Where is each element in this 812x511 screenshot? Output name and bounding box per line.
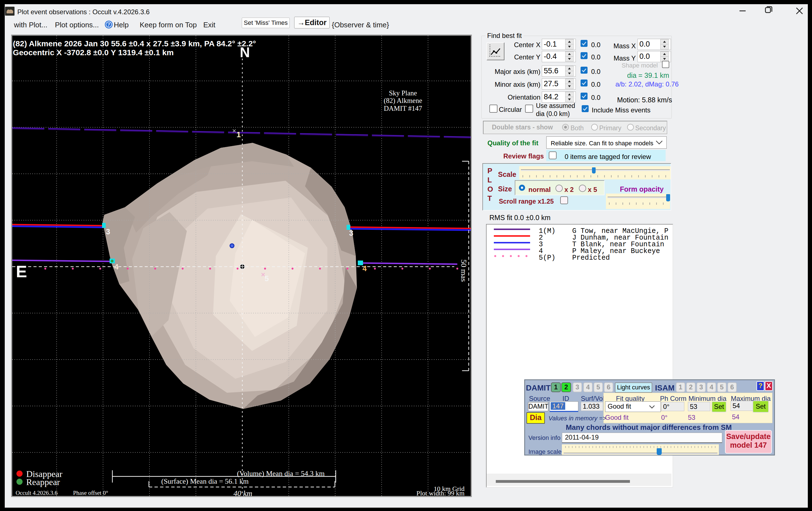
svg-text:50 mas: 50 mas <box>460 259 468 282</box>
svg-text:?: ? <box>107 22 110 28</box>
svg-text:Reappear: Reappear <box>26 477 60 487</box>
svg-text:DAMIT #147: DAMIT #147 <box>384 105 422 112</box>
svg-text:Geocentric X -3702.8 ±0.0 Y 13: Geocentric X -3702.8 ±0.0 Y 1319.4 ±0.1 … <box>13 48 174 57</box>
svg-text:N: N <box>240 45 250 60</box>
svg-text:Occult 4.2026.3.6: Occult 4.2026.3.6 <box>16 489 57 496</box>
svg-text:Plot width: 99 km: Plot width: 99 km <box>416 489 465 496</box>
svg-text:4: 4 <box>362 264 367 273</box>
svg-text:1: 1 <box>236 130 241 139</box>
svg-text:3: 3 <box>349 229 353 237</box>
svg-text:Phase offset 0°: Phase offset 0° <box>73 489 108 496</box>
svg-text:(Surface) Mean dia = 56.1 km: (Surface) Mean dia = 56.1 km <box>161 477 249 485</box>
svg-text:3: 3 <box>106 228 110 236</box>
svg-text:40 km: 40 km <box>233 489 252 496</box>
svg-text:5: 5 <box>265 275 269 283</box>
svg-text:E: E <box>16 262 27 281</box>
svg-text:4: 4 <box>114 263 118 271</box>
svg-text:(82) Alkmene 2026 Jan 30 55: (82) Alkmene 2026 Jan 30 55.6 ±0.4 x 27.… <box>13 39 256 48</box>
svg-text:(82) Alkmene: (82) Alkmene <box>384 97 422 105</box>
svg-text:Sky Plane: Sky Plane <box>389 89 417 97</box>
